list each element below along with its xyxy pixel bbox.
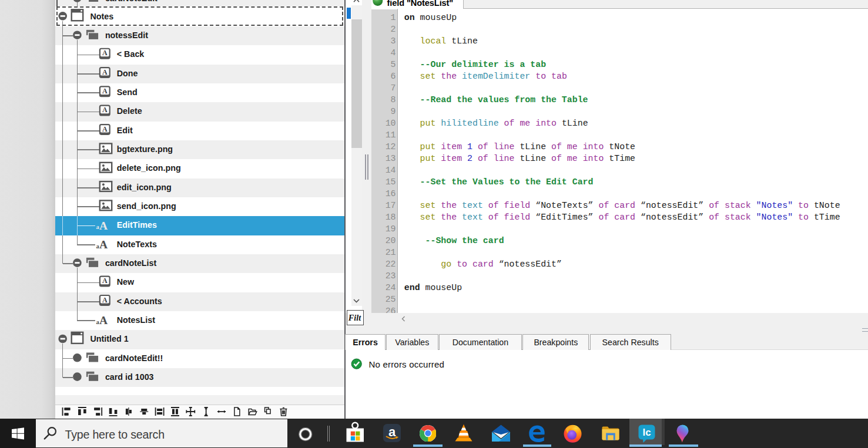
svg-text:A: A: [99, 314, 108, 326]
svg-text:A: A: [102, 49, 108, 57]
svg-text:A: A: [99, 220, 108, 232]
svg-text:A: A: [102, 68, 108, 76]
svg-text:A: A: [99, 238, 108, 251]
svg-text:A: A: [102, 125, 108, 133]
svg-text:A: A: [102, 87, 108, 95]
svg-text:A: A: [102, 296, 108, 304]
svg-text:A: A: [102, 106, 108, 114]
svg-text:A: A: [102, 277, 108, 285]
